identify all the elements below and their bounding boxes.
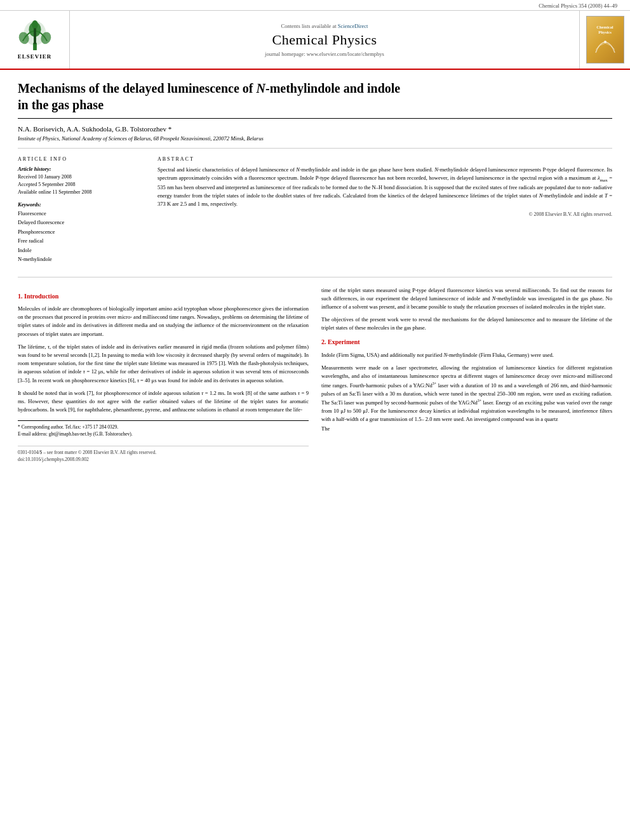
cover-journal-name: ChemicalPhysics bbox=[595, 23, 614, 36]
journal-name: Chemical Physics bbox=[272, 32, 377, 48]
journal-header: ELSEVIER Contents lists available at Sci… bbox=[0, 11, 630, 70]
elsevier-tree-icon bbox=[16, 20, 54, 51]
body-para-1: Molecules of indole are chromophores of … bbox=[18, 305, 309, 338]
contents-line: Contents lists available at ScienceDirec… bbox=[281, 23, 368, 29]
main-content: Mechanisms of the delayed luminescence o… bbox=[0, 70, 630, 476]
section1-heading: 1. Introduction bbox=[18, 291, 309, 302]
footnote-email-line: E-mail address: gbt@imaph.bas-net.by (G.… bbox=[18, 430, 309, 437]
citation-text: Chemical Physics 354 (2008) 44–49 bbox=[539, 3, 617, 9]
history-group: Article history: Received 10 January 200… bbox=[18, 166, 145, 196]
received-line: Received 10 January 2008 bbox=[18, 173, 145, 181]
body-right-col: time of the triplet states measured usin… bbox=[321, 286, 612, 463]
authors-line: N.A. Borisevich, A.A. Sukhodola, G.B. To… bbox=[18, 125, 612, 133]
keywords-list: FluorescenceDelayed fluorescencePhosphor… bbox=[18, 209, 145, 264]
keyword-item: Fluorescence bbox=[18, 209, 145, 218]
abstract-text: Spectral and kinetic characteristics of … bbox=[158, 166, 612, 208]
keywords-group: Keywords: FluorescenceDelayed fluorescen… bbox=[18, 201, 145, 264]
copyright-line: © 2008 Elsevier B.V. All rights reserved… bbox=[158, 211, 612, 217]
online-line: Available online 11 September 2008 bbox=[18, 189, 145, 196]
abstract-label: ABSTRACT bbox=[158, 156, 612, 162]
footer-rights: 0301-0104/$ – see front matter © 2008 El… bbox=[18, 449, 309, 457]
body-right-para-1: time of the triplet states measured usin… bbox=[321, 286, 612, 312]
journal-title-area: Contents lists available at ScienceDirec… bbox=[70, 11, 579, 69]
keyword-item: Free radical bbox=[18, 236, 145, 245]
journal-cover-area: ChemicalPhysics bbox=[579, 11, 630, 69]
body-columns: 1. Introduction Molecules of indole are … bbox=[18, 286, 612, 463]
svg-point-5 bbox=[32, 20, 38, 29]
body-right-last-word: The bbox=[321, 425, 612, 433]
keyword-item: Phosphorescence bbox=[18, 227, 145, 236]
keyword-item: Delayed fluorescence bbox=[18, 218, 145, 227]
body-para-2: The lifetime, τ, of the triplet states o… bbox=[18, 343, 309, 385]
keyword-item: Indole bbox=[18, 246, 145, 255]
footer-doi: doi:10.1016/j.chemphys.2008.09.002 bbox=[18, 456, 309, 463]
journal-cover-image: ChemicalPhysics bbox=[586, 16, 624, 63]
journal-homepage: journal homepage: www.elsevier.com/locat… bbox=[265, 51, 384, 57]
affiliation: Institute of Physics, National Academy o… bbox=[18, 135, 612, 149]
footnote-area: * Corresponding author. Tel./fax: +375 1… bbox=[18, 420, 309, 438]
history-title: Article history: bbox=[18, 166, 145, 172]
body-para-3: It should be noted that in work [7], for… bbox=[18, 389, 309, 415]
citation-bar: Chemical Physics 354 (2008) 44–49 bbox=[0, 0, 630, 11]
body-right-para-3: Indole (Firm Sigma, USA) and additionall… bbox=[321, 351, 612, 359]
footer-bottom: 0301-0104/$ – see front matter © 2008 El… bbox=[18, 446, 309, 463]
article-info-row: ARTICLE INFO Article history: Received 1… bbox=[18, 156, 612, 277]
body-right-para-2: The objectives of the present work were … bbox=[321, 316, 612, 332]
article-info-col: ARTICLE INFO Article history: Received 1… bbox=[18, 156, 145, 269]
footnote-star-line: * Corresponding author. Tel./fax: +375 1… bbox=[18, 423, 309, 430]
sciencedirect-link[interactable]: ScienceDirect bbox=[338, 23, 368, 29]
elsevier-logo: ELSEVIER bbox=[16, 20, 54, 60]
accepted-line: Accepted 5 September 2008 bbox=[18, 181, 145, 189]
cover-decoration bbox=[593, 37, 618, 56]
svg-rect-6 bbox=[34, 28, 36, 44]
body-right-para-4: Measurements were made on a laser spectr… bbox=[321, 364, 612, 423]
footnote-email-link[interactable]: gbt@imaph.bas-net.by bbox=[49, 431, 93, 437]
keywords-title: Keywords: bbox=[18, 201, 145, 208]
article-title: Mechanisms of the delayed luminescence o… bbox=[18, 80, 612, 119]
body-left-col: 1. Introduction Molecules of indole are … bbox=[18, 286, 309, 463]
elsevier-logo-area: ELSEVIER bbox=[0, 11, 70, 69]
article-info-label: ARTICLE INFO bbox=[18, 156, 145, 162]
svg-point-7 bbox=[604, 41, 607, 43]
section2-heading: 2. Experiment bbox=[321, 337, 612, 347]
elsevier-brand-text: ELSEVIER bbox=[18, 53, 52, 60]
keyword-item: N-methylindole bbox=[18, 255, 145, 263]
abstract-col: ABSTRACT Spectral and kinetic characteri… bbox=[158, 156, 612, 269]
